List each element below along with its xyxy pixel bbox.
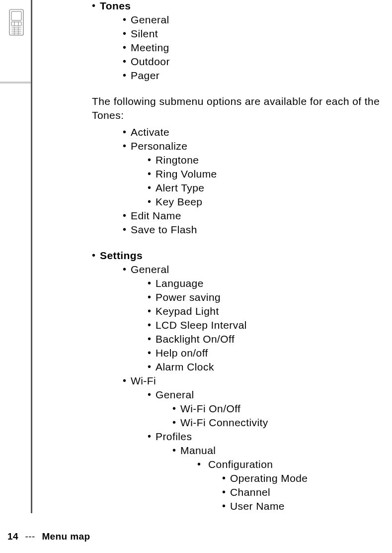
spacer [92, 237, 387, 249]
list-item: Silent [123, 27, 387, 41]
side-rule [31, 0, 32, 513]
list-item: Language [148, 276, 387, 290]
list-item: Wi-Fi On/Off [172, 402, 387, 416]
sidebar [0, 0, 35, 519]
menu-settings-label: Settings [100, 249, 387, 263]
svg-rect-1 [11, 11, 21, 20]
list-item: Personalize [123, 139, 387, 153]
list-item: General [148, 388, 387, 402]
list-item: User Name [222, 499, 387, 513]
list-item: Outdoor [123, 55, 387, 69]
menu-tones-label: Tones [100, 0, 387, 13]
menu-settings: Settings [92, 249, 387, 263]
list-item: Alert Type [148, 181, 387, 195]
list-item: Activate [123, 125, 387, 139]
list-item: Channel [222, 485, 387, 499]
content: Tones General Silent Meeting Outdoor Pag… [92, 0, 387, 513]
list-item: Power saving [148, 290, 387, 304]
list-item: Manual [172, 444, 387, 458]
phone-icon [7, 9, 25, 36]
list-item: Keypad Light [148, 304, 387, 318]
list-item: Help on/off [148, 346, 387, 360]
page: Tones General Silent Meeting Outdoor Pag… [0, 0, 392, 553]
footer-sep: --- [25, 531, 35, 542]
list-item: Ringtone [148, 153, 387, 167]
svg-rect-2 [11, 22, 21, 26]
list-item: Configuration [197, 458, 387, 471]
list-item: Backlight On/Off [148, 332, 387, 346]
list-item: Save to Flash [123, 223, 387, 237]
footer-title: Menu map [42, 531, 90, 542]
list-item: Alarm Clock [148, 360, 387, 374]
list-item: Edit Name [123, 209, 387, 223]
page-number: 14 [7, 531, 18, 542]
list-item: Pager [123, 69, 387, 83]
list-item: LCD Sleep Interval [148, 318, 387, 332]
list-item: Operating Mode [222, 471, 387, 485]
list-item: General [123, 13, 387, 27]
side-tick [0, 82, 31, 84]
list-item: Wi-Fi Connectivity [172, 416, 387, 430]
page-footer: 14 --- Menu map [7, 531, 90, 542]
tones-note: The following submenu options are availa… [92, 94, 387, 122]
list-item: Key Beep [148, 195, 387, 209]
list-item: Meeting [123, 41, 387, 55]
list-item: Profiles [148, 430, 387, 444]
menu-tones: Tones [92, 0, 387, 13]
list-item: Ring Volume [148, 167, 387, 181]
list-item: Wi-Fi [123, 374, 387, 388]
list-item: General [123, 263, 387, 276]
